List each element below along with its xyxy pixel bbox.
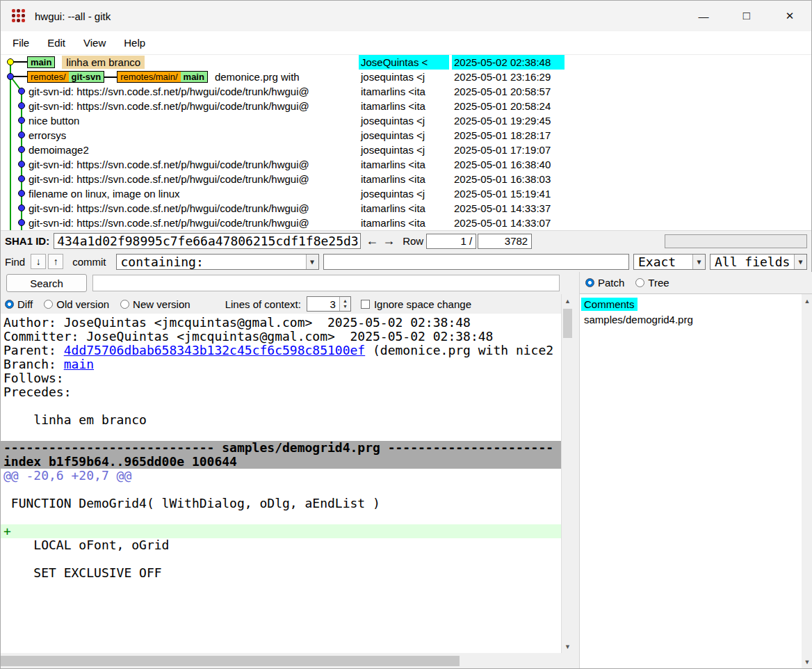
menu-file[interactable]: File bbox=[3, 37, 38, 49]
file-list-item[interactable]: samples/demogrid4.prg bbox=[581, 312, 800, 327]
commit-row[interactable]: git-svn-id: https://svn.code.sf.net/p/hw… bbox=[1, 84, 811, 99]
radio-label: Tree bbox=[648, 277, 669, 289]
menu-view[interactable]: View bbox=[74, 37, 115, 49]
fields-dropdown[interactable]: All fields ▼ bbox=[710, 254, 807, 270]
scrollbar-thumb[interactable] bbox=[1, 656, 460, 666]
row-current-field[interactable]: 1 / bbox=[426, 234, 476, 249]
radio-label: Patch bbox=[598, 277, 624, 289]
commit-row[interactable]: git-svn-id: https://svn.code.sf.net/p/hw… bbox=[1, 157, 811, 172]
commit-row[interactable]: errorsysjosequintas <j2025-05-01 18:28:1… bbox=[1, 128, 811, 143]
commit-date: 2025-05-01 19:29:45 bbox=[452, 113, 565, 128]
forward-button[interactable]: → bbox=[380, 233, 397, 250]
ref-label[interactable]: remotes/main/main bbox=[117, 71, 208, 83]
diff-mode-option-old-version[interactable]: Old version bbox=[44, 298, 109, 310]
commit-date: 2025-05-01 14:33:07 bbox=[452, 216, 565, 230]
ref-label[interactable]: main bbox=[27, 56, 55, 68]
commit-message: git-svn-id: https://svn.code.sf.net/p/hw… bbox=[29, 86, 309, 97]
commit-author: itamarlins <ita bbox=[359, 201, 449, 216]
scroll-up-icon[interactable]: ▲ bbox=[802, 295, 812, 307]
exact-dropdown[interactable]: Exact ▼ bbox=[633, 254, 706, 270]
commit-date: 2025-05-01 16:38:40 bbox=[452, 157, 565, 172]
maximize-button[interactable]: □ bbox=[725, 1, 768, 31]
row-label: Row bbox=[403, 235, 423, 247]
diff-line-suffix: (demonice.prg with nice2 bbox=[365, 344, 553, 357]
diff-mode-option-diff[interactable]: Diff bbox=[5, 298, 33, 310]
find-button[interactable]: Find bbox=[5, 256, 25, 268]
diff-line: linha em branco bbox=[1, 413, 561, 427]
close-button[interactable]: ✕ bbox=[768, 1, 811, 31]
view-option-tree[interactable]: Tree bbox=[635, 277, 669, 289]
commit-date: 2025-05-01 15:19:41 bbox=[452, 186, 565, 201]
commit-row[interactable]: demoimage2josequintas <j2025-05-01 17:19… bbox=[1, 143, 811, 157]
commit-message: git-svn-id: https://svn.code.sf.net/p/hw… bbox=[29, 173, 309, 185]
commit-message: demoimage2 bbox=[29, 144, 89, 156]
commit-row[interactable]: remotes/git-svnremotes/main/maindemonice… bbox=[1, 70, 811, 84]
diff-line: Precedes: bbox=[1, 385, 561, 399]
spinner-arrows[interactable]: ▲▼ bbox=[339, 297, 350, 311]
commit-message: git-svn-id: https://svn.code.sf.net/p/hw… bbox=[29, 159, 309, 170]
diff-horizontal-scrollbar[interactable] bbox=[1, 654, 576, 668]
scroll-down-icon[interactable]: ▼ bbox=[802, 656, 812, 668]
file-list-scrollbar[interactable]: ▲ ▼ bbox=[802, 294, 812, 668]
gitk-app-icon bbox=[12, 9, 26, 24]
commit-row[interactable]: git-svn-id: https://svn.code.sf.net/p/hw… bbox=[1, 172, 811, 186]
sha1-label: SHA1 ID: bbox=[5, 235, 49, 247]
commit-message-cell: git-svn-id: https://svn.code.sf.net/p/hw… bbox=[27, 201, 359, 216]
commit-list[interactable]: mainlinha em brancoJoseQuintas <2025-05-… bbox=[1, 55, 811, 230]
scrollbar-thumb[interactable] bbox=[563, 309, 572, 338]
diff-mode-option-new-version[interactable]: New version bbox=[120, 298, 190, 310]
maximize-icon: □ bbox=[743, 9, 750, 23]
match-type-dropdown[interactable]: containing: ▼ bbox=[116, 254, 319, 270]
commit-row[interactable]: git-svn-id: https://svn.code.sf.net/p/hw… bbox=[1, 99, 811, 113]
context-label: Lines of context: bbox=[225, 298, 301, 310]
file-list-item[interactable]: Comments bbox=[581, 296, 800, 312]
find-next-button[interactable]: ↓ bbox=[31, 254, 46, 269]
diff-line: Committer: JoseQuintas <jmcquintas@gmal.… bbox=[1, 330, 561, 344]
commit-date: 2025-05-01 23:16:29 bbox=[452, 70, 565, 84]
search-input[interactable] bbox=[92, 275, 560, 291]
sha1-input[interactable]: 434a1d02f98995c7fe66a47806215cdf1f8e25d3 bbox=[54, 233, 361, 249]
fields-value: All fields bbox=[710, 255, 794, 269]
scroll-down-icon[interactable]: ▼ bbox=[562, 640, 574, 652]
diff-line: SET EXCLUSIVE OFF bbox=[1, 566, 561, 580]
find-input[interactable] bbox=[323, 254, 629, 270]
scroll-up-icon[interactable]: ▲ bbox=[562, 295, 574, 307]
commit-message-cell: errorsys bbox=[27, 128, 359, 143]
minimize-button[interactable]: — bbox=[682, 1, 725, 31]
commit-message-cell: remotes/git-svnremotes/main/maindemonice… bbox=[27, 70, 359, 84]
context-spinner[interactable]: 3 ▲▼ bbox=[307, 296, 351, 312]
ref-prefix: remotes/main/ bbox=[117, 72, 180, 82]
commit-author: itamarlins <ita bbox=[359, 172, 449, 186]
commit-row[interactable]: nice buttonjosequintas <j2025-05-01 19:2… bbox=[1, 113, 811, 128]
radio-label: Old version bbox=[56, 298, 109, 310]
search-button[interactable]: Search bbox=[6, 274, 87, 292]
back-button[interactable]: ← bbox=[364, 233, 380, 250]
menu-help[interactable]: Help bbox=[115, 37, 154, 49]
find-prev-button[interactable]: ↑ bbox=[48, 254, 63, 269]
diff-line: ---------------------------- samples/dem… bbox=[1, 441, 561, 455]
commit-row[interactable]: mainlinha em brancoJoseQuintas <2025-05-… bbox=[1, 55, 811, 70]
file-list[interactable]: Commentssamples/demogrid4.prg bbox=[580, 294, 802, 668]
match-type-value: containing: bbox=[117, 255, 306, 269]
view-option-patch[interactable]: Patch bbox=[585, 277, 624, 289]
forward-icon: → bbox=[382, 234, 395, 248]
ref-name: main bbox=[28, 57, 54, 67]
commit-message-cell: nice button bbox=[27, 113, 359, 128]
commit-row[interactable]: git-svn-id: https://svn.code.sf.net/p/hw… bbox=[1, 216, 811, 230]
ref-name: git-svn bbox=[69, 72, 104, 82]
ignore-space-checkbox[interactable] bbox=[361, 300, 370, 309]
commit-author: itamarlins <ita bbox=[359, 84, 449, 99]
pane-sash[interactable] bbox=[574, 294, 579, 653]
branch-link[interactable]: main bbox=[64, 357, 94, 371]
parent-link[interactable]: 4dd75706dbab658343b132c45cf6c598c85100ef bbox=[64, 344, 365, 357]
commit-date: 2025-05-01 14:33:37 bbox=[452, 201, 565, 216]
ref-label[interactable]: remotes/git-svn bbox=[27, 71, 104, 83]
diff-view[interactable]: Author: JoseQuintas <jmcquintas@gmal.com… bbox=[1, 314, 561, 653]
commit-row[interactable]: git-svn-id: https://svn.code.sf.net/p/hw… bbox=[1, 201, 811, 216]
progress-field bbox=[665, 234, 807, 248]
menu-edit[interactable]: Edit bbox=[38, 37, 74, 49]
commit-row[interactable]: filename on linux, image on linuxjosequi… bbox=[1, 186, 811, 201]
commit-message: filename on linux, image on linux bbox=[29, 188, 180, 200]
commit-date: 2025-05-01 16:38:03 bbox=[452, 172, 565, 186]
diff-vertical-scrollbar[interactable]: ▲ ▼ bbox=[561, 294, 574, 653]
